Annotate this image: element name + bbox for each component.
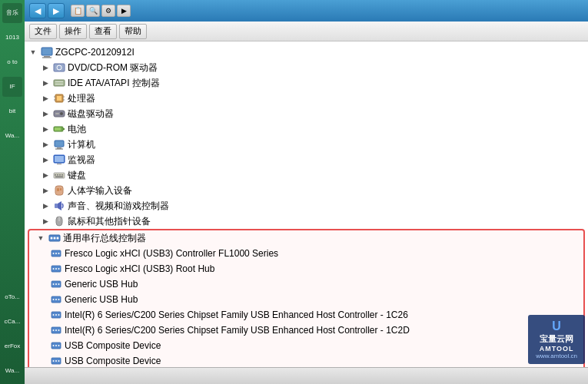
tree-item-dvd[interactable]: ▶ DVD/CD-ROM 驱动器: [25, 60, 588, 75]
hid-label: 人体学输入设备: [68, 184, 132, 197]
keyboard-label: 键盘: [68, 169, 86, 182]
dvd-label: DVD/CD-ROM 驱动器: [68, 61, 158, 74]
usb-device-icon-2: [50, 263, 62, 275]
svg-point-72: [53, 360, 55, 362]
tree-item-disk[interactable]: ▶ 磁盘驱动器: [25, 106, 588, 121]
tree-item-computer[interactable]: ▶ 计算机: [25, 137, 588, 152]
tree-item-sound[interactable]: ▶ 声音、视频和游戏控制器: [25, 198, 588, 214]
svg-point-60: [53, 314, 55, 316]
tb-btn-2[interactable]: 🔍: [86, 5, 100, 17]
svg-point-50: [58, 268, 60, 270]
tree-root[interactable]: ▼ ZGCPC-20120912I: [25, 45, 588, 60]
usb-device-icon-5: [50, 309, 62, 321]
sidebar-icon-label-3: o to: [7, 58, 17, 66]
tree-item-monitor[interactable]: ▶ 监视器: [25, 152, 588, 167]
svg-rect-25: [57, 164, 61, 164]
monitor-icon: [53, 154, 65, 166]
usb-expand-icon: ▼: [35, 233, 46, 243]
tb-btn-3[interactable]: ⚙: [101, 5, 115, 17]
ide-expand-icon: ▶: [40, 78, 51, 88]
usb-item-label-7: USB Composite Device: [65, 340, 161, 351]
disk-label: 磁盘驱动器: [68, 108, 114, 121]
tree-item-hid[interactable]: ▶ 人体学输入设备: [25, 183, 588, 198]
svg-point-45: [55, 253, 57, 254]
back-button[interactable]: ◀: [29, 3, 46, 18]
cpu-icon: [53, 92, 65, 104]
menu-toolbar: 文件 操作 查看 帮助: [25, 22, 588, 41]
sidebar-icon-4[interactable]: IF: [2, 77, 22, 97]
root-label: ZGCPC-20120912I: [55, 47, 135, 58]
sidebar-icon-5[interactable]: bit: [2, 101, 22, 121]
svg-point-73: [55, 360, 57, 362]
title-bar: ◀ ▶ 📋 🔍 ⚙ ▶: [25, 0, 588, 22]
usb-item-1[interactable]: Fresco Logic xHCI (USB3) Controller FL10…: [29, 246, 583, 261]
tb-btn-1[interactable]: 📋: [71, 5, 85, 17]
svg-point-66: [58, 329, 60, 331]
menu-action[interactable]: 操作: [59, 24, 87, 39]
sidebar-icon-10[interactable]: Wa...: [2, 361, 22, 381]
tree-item-keyboard[interactable]: ▶ 键盘: [25, 167, 588, 183]
hid-expand-icon: ▶: [40, 185, 51, 196]
svg-point-53: [55, 283, 57, 285]
usb-device-icon-8: [50, 355, 62, 367]
watermark-line1: 宝量云网: [536, 333, 577, 345]
svg-rect-27: [55, 174, 56, 176]
menu-view[interactable]: 查看: [89, 24, 117, 39]
watermark-logo-icon: U: [536, 319, 577, 333]
tree-item-battery[interactable]: ▶ 电池: [25, 121, 588, 137]
dvd-expand-icon: ▶: [40, 62, 51, 73]
usb-device-icon-4: [50, 293, 62, 306]
svg-rect-34: [60, 188, 61, 190]
keyboard-icon: [53, 169, 65, 181]
disk-icon: [53, 108, 65, 120]
sidebar-icon-3[interactable]: o to: [2, 52, 22, 72]
svg-point-41: [54, 237, 56, 240]
svg-rect-6: [55, 81, 63, 82]
watermark-line2: AMTOOL: [536, 345, 577, 353]
sidebar-icon-1[interactable]: 音乐: [2, 3, 22, 23]
menu-help-label: 帮助: [125, 25, 141, 37]
disk-expand-icon: ▶: [40, 108, 51, 119]
svg-rect-35: [55, 204, 58, 208]
tree-item-mouse[interactable]: ▶ 鼠标和其他指针设备: [25, 214, 588, 229]
svg-point-64: [53, 329, 55, 331]
tree-item-ide[interactable]: ▶ IDE ATA/ATAPI 控制器: [25, 75, 588, 91]
svg-rect-1: [44, 56, 50, 58]
usb-item-label-3: Generic USB Hub: [65, 279, 138, 290]
usb-item-2[interactable]: Fresco Logic xHCI (USB3) Root Hub: [29, 261, 583, 276]
sidebar-icon-label-6: Wa...: [5, 132, 19, 140]
sidebar-icon-label-5: bit: [9, 108, 15, 115]
watermark-area: U 宝量云网 AMTOOL www.amtool.cn: [488, 283, 588, 367]
svg-rect-20: [55, 141, 64, 147]
sidebar-icon-7[interactable]: oTo...: [2, 287, 22, 307]
back-icon: ◀: [35, 6, 41, 16]
sidebar-icon-label-2: 1013: [5, 34, 19, 41]
sidebar-icon-label-4: IF: [9, 83, 15, 91]
usb-item-label-8: USB Composite Device: [65, 356, 161, 366]
svg-point-48: [53, 268, 55, 270]
computer-icon: [41, 46, 53, 58]
sidebar-icon-2[interactable]: 1013: [2, 28, 22, 48]
cpu-expand-icon: ▶: [40, 93, 51, 104]
menu-file[interactable]: 文件: [29, 24, 57, 39]
svg-rect-19: [55, 127, 61, 131]
hid-icon: [53, 184, 65, 197]
forward-button[interactable]: ▶: [48, 3, 65, 18]
usb-section-header[interactable]: ▼ 通用串行总线控制器: [29, 230, 583, 246]
svg-rect-7: [55, 84, 63, 84]
keyboard-expand-icon: ▶: [40, 170, 51, 180]
watermark-line3: www.amtool.cn: [536, 353, 577, 359]
menu-help[interactable]: 帮助: [119, 24, 147, 39]
sidebar-icon-8[interactable]: cCa...: [2, 312, 22, 332]
menu-file-label: 文件: [35, 25, 51, 37]
sidebar-icon-6[interactable]: Wa...: [2, 126, 22, 146]
svg-rect-5: [54, 80, 65, 86]
svg-rect-18: [63, 128, 65, 130]
monitor-expand-icon: ▶: [40, 154, 51, 165]
tree-item-cpu[interactable]: ▶ 处理器: [25, 91, 588, 106]
svg-rect-0: [42, 48, 52, 55]
usb-device-icon-7: [50, 339, 62, 352]
sidebar-icon-9[interactable]: erFox: [2, 336, 22, 356]
tb-btn-4[interactable]: ▶: [117, 5, 131, 17]
root-expand-icon: ▼: [28, 47, 38, 58]
